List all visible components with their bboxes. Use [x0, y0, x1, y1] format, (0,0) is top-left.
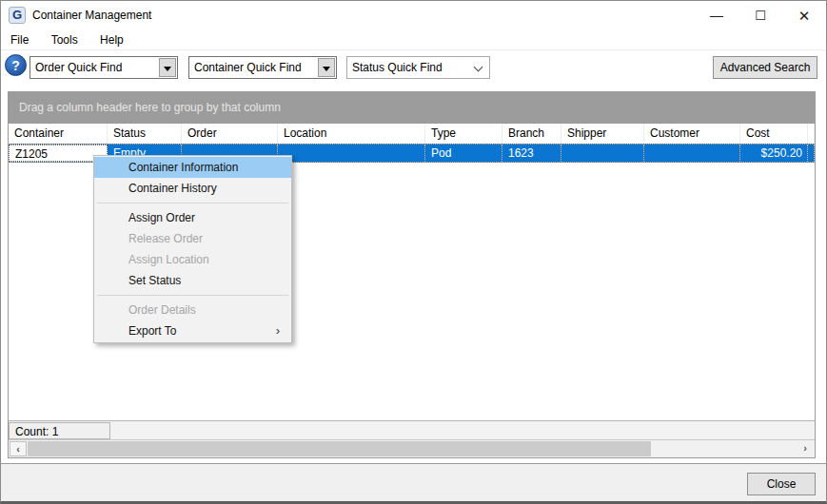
context-menu: Container Information Container History … — [93, 155, 292, 343]
column-header-cost[interactable]: Cost — [740, 124, 808, 144]
menu-separator — [97, 295, 288, 296]
column-header-order[interactable]: Order — [182, 124, 278, 144]
column-header-branch[interactable]: Branch — [502, 124, 561, 144]
dropdown-button[interactable] — [159, 58, 176, 77]
title-bar: G Container Management — ☐ ✕ — [1, 1, 826, 30]
app-icon: G — [9, 7, 26, 24]
menu-help[interactable]: Help — [90, 30, 133, 50]
grid-header-row: Container Status Order Location Type Bra… — [9, 124, 815, 144]
column-header-next[interactable]: N — [808, 124, 815, 144]
dropdown-arrow-icon — [323, 67, 330, 71]
cell-location[interactable] — [278, 145, 425, 162]
maximize-button[interactable]: ☐ — [738, 1, 782, 30]
cell-next[interactable] — [808, 145, 815, 162]
menu-item-order-details: Order Details — [94, 300, 291, 320]
scroll-left-icon: ‹ — [16, 443, 20, 455]
toolbar: ? Order Quick Find Container Quick Find … — [1, 51, 826, 89]
cell-branch[interactable]: 1623 — [502, 145, 561, 162]
scroll-right-button[interactable]: › — [797, 441, 813, 456]
grid-status-bar: Count: 1 — [9, 420, 815, 439]
menu-file[interactable]: File — [1, 30, 38, 50]
cell-shipper[interactable] — [561, 145, 644, 162]
status-quick-find-value: Status Quick Find — [352, 61, 443, 74]
row-count-label: Count: 1 — [9, 422, 110, 439]
submenu-arrow-icon: › — [276, 320, 280, 341]
menu-bar: File Tools Help — [1, 30, 826, 50]
window-title: Container Management — [32, 9, 151, 22]
close-window-button[interactable]: ✕ — [782, 1, 826, 30]
column-header-container[interactable]: Container — [9, 124, 108, 144]
status-quick-find-combo[interactable]: Status Quick Find — [346, 56, 490, 79]
menu-tools[interactable]: Tools — [42, 30, 88, 50]
column-header-status[interactable]: Status — [108, 124, 182, 144]
menu-item-container-information[interactable]: Container Information — [94, 157, 291, 178]
menu-item-export-to[interactable]: Export To › — [94, 320, 291, 341]
menu-item-assign-location: Assign Location — [94, 249, 291, 270]
chevron-down-icon — [474, 63, 483, 72]
group-by-bar[interactable]: Drag a column header here to group by th… — [9, 92, 815, 124]
order-quick-find-combo[interactable]: Order Quick Find — [30, 56, 178, 79]
cell-type[interactable]: Pod — [425, 145, 502, 162]
export-to-label: Export To — [128, 324, 176, 338]
menu-item-assign-order[interactable]: Assign Order — [94, 207, 291, 228]
footer-bar: Close — [1, 463, 826, 502]
close-icon: ✕ — [798, 8, 811, 24]
cell-customer[interactable] — [644, 145, 740, 162]
help-icon[interactable]: ? — [5, 54, 27, 76]
minimize-button[interactable]: — — [695, 1, 738, 30]
column-header-shipper[interactable]: Shipper — [561, 124, 644, 144]
minimize-icon: — — [710, 8, 723, 23]
dropdown-arrow-icon — [164, 67, 171, 71]
menu-item-release-order: Release Order — [94, 228, 291, 249]
container-quick-find-combo[interactable]: Container Quick Find — [188, 56, 337, 79]
cell-cost[interactable]: $250.20 — [740, 145, 808, 162]
horizontal-scrollbar[interactable]: ‹ › — [9, 439, 815, 457]
order-quick-find-value: Order Quick Find — [35, 61, 122, 74]
advanced-search-button[interactable]: Advanced Search — [713, 56, 817, 79]
scroll-left-button[interactable]: ‹ — [10, 441, 27, 456]
menu-item-set-status[interactable]: Set Status — [94, 270, 291, 291]
column-header-customer[interactable]: Customer — [644, 124, 740, 144]
scroll-right-icon: › — [803, 442, 807, 454]
container-management-window: G Container Management — ☐ ✕ File Tools … — [0, 0, 827, 504]
dropdown-button[interactable] — [318, 58, 335, 77]
column-header-location[interactable]: Location — [278, 124, 425, 144]
container-quick-find-value: Container Quick Find — [194, 61, 302, 74]
column-header-type[interactable]: Type — [425, 124, 502, 144]
menu-item-container-history[interactable]: Container History — [94, 178, 291, 199]
menu-separator — [97, 203, 288, 204]
maximize-icon: ☐ — [755, 9, 766, 23]
close-button[interactable]: Close — [747, 473, 816, 495]
scrollbar-thumb[interactable] — [28, 441, 651, 456]
